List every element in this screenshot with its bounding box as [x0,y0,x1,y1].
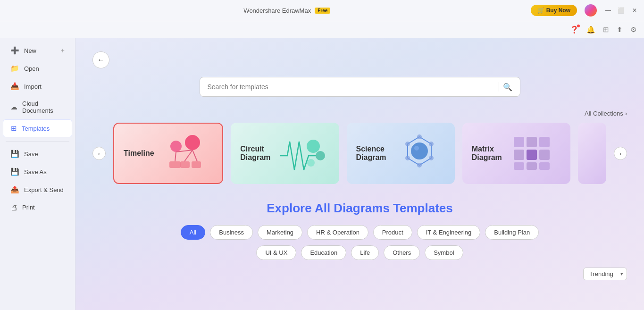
apps-icon[interactable]: ⊞ [603,25,609,34]
timeline-visual [162,124,214,183]
settings-icon[interactable]: ⚙ [630,25,636,34]
svg-point-10 [316,151,325,160]
filter-row-2: UI & UX Education Life Others Symbol [92,245,627,260]
svg-point-9 [307,140,320,153]
main-layout: ➕ New + 📁 Open 📥 Import ☁ Cloud Document… [0,38,644,310]
filter-hr[interactable]: HR & Operation [307,225,368,240]
svg-point-11 [307,159,315,167]
free-badge: Free [315,8,330,14]
sidebar-label-saveas: Save As [24,168,47,176]
app-name: Wondershare EdrawMax [243,7,311,14]
filter-marketing[interactable]: Marketing [258,225,302,240]
cloud-icon: ☁ [10,103,17,111]
sidebar-label-import: Import [24,83,42,90]
science-visual [394,123,445,184]
sidebar-item-export[interactable]: 📤 Export & Send [3,181,72,198]
filter-others[interactable]: Others [384,245,420,260]
svg-rect-26 [539,150,550,160]
filter-life[interactable]: Life [351,245,379,260]
sidebar-item-open[interactable]: 📁 Open [3,60,72,77]
explore-highlight: All Diagrams Templates [315,201,453,215]
matrix-label: MatrixDiagram [472,145,502,162]
print-icon: 🖨 [10,203,17,211]
svg-line-4 [184,150,192,161]
search-button[interactable]: 🔍 [503,83,512,92]
all-collections-label: All Collections [585,110,623,117]
svg-rect-21 [514,137,524,147]
sidebar-item-print[interactable]: 🖨 Print [3,199,72,216]
sidebar-item-cloud[interactable]: ☁ Cloud Documents [3,96,72,118]
timeline-label: Timeline [124,149,154,158]
circuit-label: CircuitDiagram [240,145,270,162]
maximize-button[interactable]: ⬜ [618,7,625,14]
sidebar-item-new[interactable]: ➕ New + [3,42,72,59]
svg-point-15 [417,134,422,139]
svg-point-20 [405,142,410,146]
next-arrow[interactable]: › [614,147,627,160]
sidebar-item-templates[interactable]: ⊞ Templates [3,119,72,137]
search-box: 🔍 [200,77,520,97]
trending-row: Trending Newest Popular ▾ [92,268,627,280]
search-input[interactable] [208,83,495,91]
open-icon: 📁 [10,64,19,73]
sidebar-item-saveas[interactable]: 💾 Save As [3,163,72,180]
template-cards-row: ‹ Timeline [92,123,627,184]
buy-now-button[interactable]: 🛒 Buy Now [531,5,577,16]
help-icon[interactable]: ❓ [570,25,579,34]
filter-symbol[interactable]: Symbol [425,245,463,260]
filter-uiux[interactable]: UI & UX [256,245,296,260]
sidebar-item-import[interactable]: 📥 Import [3,78,72,95]
filter-education[interactable]: Education [301,245,346,260]
svg-rect-24 [514,150,524,160]
svg-rect-22 [527,137,537,147]
sidebar-label-cloud: Cloud Documents [22,100,65,114]
templates-icon: ⊞ [11,124,17,133]
filter-product[interactable]: Product [373,225,412,240]
svg-point-18 [417,163,422,168]
titlebar: Wondershare EdrawMax Free 🛒 Buy Now — ⬜ … [0,0,644,21]
svg-point-14 [414,146,419,151]
content-area: ← 🔍 All Collections › ‹ Timeline [75,38,644,310]
prev-arrow[interactable]: ‹ [92,147,106,160]
explore-title: Explore All Diagrams Templates [92,201,627,216]
svg-rect-6 [169,161,181,168]
trending-select[interactable]: Trending Newest Popular [583,268,627,280]
filter-business[interactable]: Business [210,225,253,240]
filter-all[interactable]: All [181,225,205,240]
sidebar-item-save[interactable]: 💾 Save [3,145,72,162]
close-button[interactable]: ✕ [631,7,638,14]
saveas-icon: 💾 [10,168,19,176]
collections-header: All Collections › [92,110,627,117]
svg-line-3 [175,152,176,161]
matrix-visual [510,123,561,184]
all-collections-link[interactable]: All Collections › [585,110,627,117]
template-card-circuit[interactable]: CircuitDiagram [231,123,339,184]
template-card-timeline[interactable]: Timeline [113,123,223,184]
svg-rect-25 [527,150,537,160]
sidebar-divider [6,141,69,142]
svg-point-17 [429,156,434,160]
filter-it[interactable]: IT & Engineering [417,225,481,240]
svg-point-19 [405,156,410,160]
filter-building[interactable]: Building Plan [485,225,539,240]
svg-line-5 [192,150,197,161]
notification-icon[interactable]: 🔔 [586,25,595,34]
template-card-science[interactable]: ScienceDiagram [347,123,455,184]
import-icon: 📥 [10,82,19,91]
minimize-button[interactable]: — [604,7,612,14]
svg-point-13 [411,142,428,159]
new-icon: ➕ [10,46,19,55]
template-card-matrix[interactable]: MatrixDiagram [462,123,570,184]
partial-card [578,123,606,184]
back-button[interactable]: ← [92,51,109,68]
save-icon: 💾 [10,150,19,158]
search-container: 🔍 [92,77,627,97]
svg-rect-7 [180,161,190,168]
svg-rect-28 [527,162,537,170]
upload-icon[interactable]: ⬆ [617,25,623,34]
avatar[interactable] [585,4,597,17]
sidebar-label-print: Print [22,204,35,211]
sidebar-label-templates: Templates [22,125,50,132]
svg-point-0 [170,141,182,152]
search-divider [499,82,499,92]
